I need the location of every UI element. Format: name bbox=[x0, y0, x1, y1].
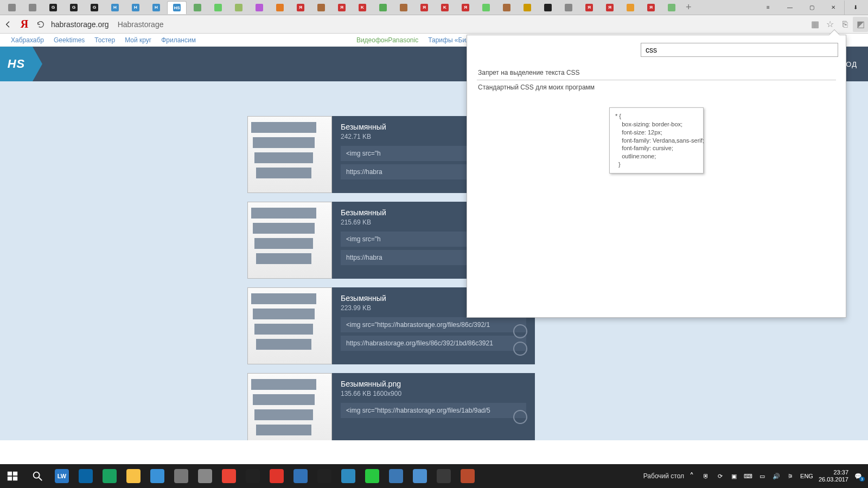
browser-tab[interactable]: Я bbox=[332, 1, 352, 14]
browser-tab[interactable] bbox=[270, 1, 290, 14]
tray-app-icon[interactable]: ▣ bbox=[730, 472, 738, 480]
copy-button[interactable] bbox=[513, 342, 527, 356]
browser-tab[interactable] bbox=[208, 1, 228, 14]
taskbar-app[interactable] bbox=[432, 464, 456, 488]
desktop-label[interactable]: Рабочий стол bbox=[643, 472, 684, 480]
browser-tab[interactable] bbox=[250, 1, 269, 14]
taskbar-app[interactable] bbox=[217, 464, 241, 488]
promo-link[interactable]: ВидеофонPanasonic bbox=[356, 36, 418, 44]
file-thumbnail[interactable] bbox=[247, 373, 332, 440]
browser-tab[interactable] bbox=[662, 1, 681, 14]
file-url[interactable]: https://habrastorage.org/files/86c/392/1… bbox=[341, 336, 526, 351]
browser-tab[interactable] bbox=[518, 1, 537, 14]
browser-tab[interactable]: HS bbox=[167, 1, 187, 14]
browser-tab[interactable]: G bbox=[64, 1, 84, 14]
browser-tab[interactable]: Я bbox=[600, 1, 620, 14]
sync-icon[interactable]: ⎘ bbox=[838, 17, 853, 32]
browser-tab[interactable] bbox=[188, 1, 207, 14]
tray-chevron-icon[interactable]: ˄ bbox=[687, 472, 696, 480]
bookmark-star-icon[interactable]: ☆ bbox=[822, 17, 838, 32]
taskbar-app[interactable] bbox=[289, 464, 312, 488]
browser-tab[interactable]: K bbox=[353, 1, 372, 14]
protect-icon[interactable]: ▦ bbox=[807, 17, 822, 32]
taskbar-app[interactable] bbox=[122, 464, 145, 488]
popup-row[interactable]: Стандартный CSS для моих программ bbox=[477, 80, 836, 94]
file-thumbnail[interactable] bbox=[247, 202, 332, 279]
tray-lang[interactable]: ENG bbox=[800, 473, 813, 479]
file-embed-code[interactable]: <img src="https://habrastorage.org/files… bbox=[341, 317, 526, 332]
tray-battery-icon[interactable]: ▭ bbox=[758, 472, 767, 480]
file-thumbnail[interactable] bbox=[247, 287, 332, 364]
copy-button[interactable] bbox=[513, 410, 527, 424]
back-button[interactable] bbox=[0, 15, 16, 34]
browser-tab[interactable] bbox=[23, 1, 42, 14]
taskbar-app[interactable] bbox=[193, 464, 217, 488]
maximize-icon[interactable]: ▢ bbox=[801, 1, 822, 15]
taskbar-app[interactable] bbox=[74, 464, 98, 488]
new-tab-button[interactable]: + bbox=[682, 2, 695, 13]
browser-tab[interactable] bbox=[2, 1, 22, 14]
browser-tab[interactable]: G bbox=[85, 1, 104, 14]
start-button[interactable] bbox=[0, 464, 25, 488]
copy-button[interactable] bbox=[513, 324, 527, 338]
browser-tab[interactable] bbox=[559, 1, 578, 14]
browser-tab[interactable]: G bbox=[43, 1, 63, 14]
browser-tab[interactable] bbox=[394, 1, 413, 14]
nav-link[interactable]: Хабрахабр bbox=[11, 36, 44, 44]
taskbar-app[interactable] bbox=[384, 464, 408, 488]
nav-link[interactable]: Geektimes bbox=[54, 36, 85, 44]
tray-clock[interactable]: 23:37 26.03.2017 bbox=[819, 469, 848, 483]
login-link-partial[interactable]: ОД bbox=[846, 60, 857, 68]
popup-row[interactable]: Запрет на выделение текста CSS bbox=[477, 66, 836, 80]
browser-tab[interactable]: K bbox=[435, 1, 455, 14]
browser-tab[interactable]: Я bbox=[579, 1, 599, 14]
tray-volume-icon[interactable]: 🔊 bbox=[772, 472, 781, 480]
taskbar-app[interactable] bbox=[145, 464, 169, 488]
yandex-home-button[interactable]: Я bbox=[16, 15, 33, 34]
extension-button[interactable]: ◩ bbox=[853, 17, 868, 32]
browser-tab[interactable] bbox=[621, 1, 640, 14]
tray-keyboard-icon[interactable]: ⌨ bbox=[744, 472, 752, 480]
url-box[interactable]: habrastorage.org Habrastorage bbox=[51, 20, 163, 29]
site-logo[interactable]: HS bbox=[0, 47, 33, 81]
close-icon[interactable]: ✕ bbox=[822, 1, 844, 15]
browser-tab[interactable] bbox=[538, 1, 558, 14]
taskbar-app[interactable] bbox=[169, 464, 193, 488]
browser-tab[interactable] bbox=[497, 1, 516, 14]
taskbar-app[interactable] bbox=[265, 464, 289, 488]
menu-icon[interactable]: ≡ bbox=[757, 1, 779, 15]
browser-tab[interactable]: Я bbox=[291, 1, 310, 14]
browser-tab[interactable]: H bbox=[105, 1, 125, 14]
browser-tab[interactable]: Я bbox=[641, 1, 661, 14]
taskbar-app[interactable] bbox=[241, 464, 265, 488]
browser-tab[interactable] bbox=[476, 1, 496, 14]
reload-button[interactable] bbox=[33, 15, 49, 34]
browser-tab[interactable]: H bbox=[126, 1, 145, 14]
browser-tab[interactable] bbox=[229, 1, 248, 14]
file-thumbnail[interactable] bbox=[247, 116, 332, 193]
browser-tab[interactable]: H bbox=[146, 1, 166, 14]
minimize-icon[interactable]: — bbox=[779, 1, 801, 15]
nav-link[interactable]: Мой круг bbox=[125, 36, 151, 44]
browser-tab[interactable] bbox=[373, 1, 393, 14]
taskbar-app[interactable]: LW bbox=[50, 464, 74, 488]
tray-shield-icon[interactable]: ⛨ bbox=[701, 472, 710, 480]
taskbar-app[interactable] bbox=[98, 464, 122, 488]
browser-tab[interactable] bbox=[311, 1, 331, 14]
browser-tab[interactable]: Я bbox=[414, 1, 434, 14]
nav-link[interactable]: Фрилансим bbox=[161, 36, 196, 44]
taskbar-app[interactable] bbox=[408, 464, 432, 488]
tray-notifications-icon[interactable]: 💬3 bbox=[854, 472, 863, 480]
downloads-icon[interactable]: ⬇ bbox=[844, 1, 866, 15]
taskbar-app[interactable] bbox=[456, 464, 480, 488]
tray-sync-icon[interactable]: ⟳ bbox=[716, 472, 724, 480]
search-button[interactable] bbox=[25, 464, 50, 488]
popup-search-input[interactable] bbox=[641, 43, 838, 57]
browser-tab[interactable]: Я bbox=[456, 1, 475, 14]
taskbar-app[interactable] bbox=[336, 464, 360, 488]
taskbar-app[interactable] bbox=[312, 464, 336, 488]
nav-link[interactable]: Тостер bbox=[94, 36, 115, 44]
file-embed-code[interactable]: <img src="https://habrastorage.org/files… bbox=[341, 403, 526, 418]
taskbar-app[interactable] bbox=[360, 464, 384, 488]
tray-wifi-icon[interactable]: ⚞ bbox=[786, 472, 795, 480]
